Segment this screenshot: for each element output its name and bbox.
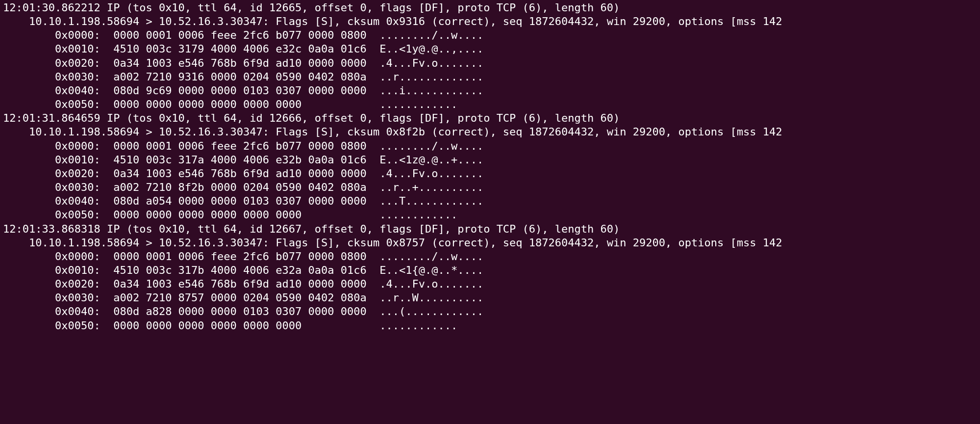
- terminal-output: 12:01:30.862212 IP (tos 0x10, ttl 64, id…: [0, 0, 980, 334]
